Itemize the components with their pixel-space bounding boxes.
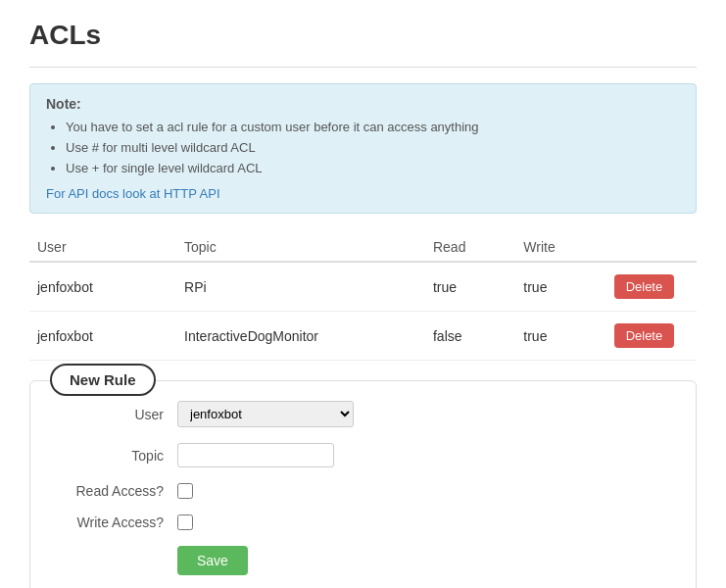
col-header-topic: Topic [176, 233, 425, 262]
delete-button-1[interactable]: Delete [614, 323, 675, 348]
topic-label: Topic [60, 448, 177, 464]
note-bullet-3: Use + for single level wildcard ACL [66, 159, 680, 179]
write-access-checkbox[interactable] [177, 514, 193, 530]
acl-table: User Topic Read Write jenfoxbot RPi true… [29, 233, 697, 361]
cell-read-0: true [425, 262, 515, 312]
col-header-user: User [29, 233, 176, 262]
user-label: User [60, 407, 177, 422]
new-rule-title: New Rule [50, 364, 156, 396]
note-box: Note: You have to set a acl rule for a c… [29, 83, 697, 214]
cell-user-1: jenfoxbot [29, 312, 176, 361]
new-rule-section: New Rule User jenfoxbot Topic Read Acces… [29, 380, 697, 588]
title-divider [29, 67, 697, 68]
note-bullet-1: You have to set a acl rule for a custom … [66, 118, 680, 138]
note-bullet-2: Use # for multi level wildcard ACL [66, 138, 680, 159]
cell-topic-0: RPi [176, 262, 425, 312]
cell-user-0: jenfoxbot [29, 262, 176, 312]
cell-write-0: true [515, 262, 605, 312]
note-list: You have to set a acl rule for a custom … [46, 118, 680, 178]
api-docs-link[interactable]: For API docs look at HTTP API [46, 186, 680, 201]
write-access-form-group: Write Access? [60, 514, 666, 530]
page-title: ACLs [29, 20, 697, 51]
cell-write-1: true [515, 312, 605, 361]
note-title: Note: [46, 96, 680, 112]
topic-form-group: Topic [60, 443, 666, 467]
table-row: jenfoxbot InteractiveDogMonitor false tr… [29, 312, 697, 361]
read-access-form-group: Read Access? [60, 483, 666, 499]
cell-topic-1: InteractiveDogMonitor [176, 312, 425, 361]
write-access-label: Write Access? [60, 514, 177, 530]
col-header-read: Read [425, 233, 515, 262]
cell-action-1: Delete [606, 312, 697, 361]
cell-action-0: Delete [606, 262, 697, 312]
save-button[interactable]: Save [177, 546, 248, 575]
col-header-write: Write [515, 233, 605, 262]
read-access-label: Read Access? [60, 483, 177, 499]
read-access-checkbox[interactable] [177, 483, 193, 499]
col-header-action [606, 233, 697, 262]
delete-button-0[interactable]: Delete [614, 274, 675, 299]
cell-read-1: false [425, 312, 515, 361]
user-form-group: User jenfoxbot [60, 401, 666, 427]
topic-input[interactable] [177, 443, 334, 467]
table-row: jenfoxbot RPi true true Delete [29, 262, 697, 312]
user-select[interactable]: jenfoxbot [177, 401, 354, 427]
